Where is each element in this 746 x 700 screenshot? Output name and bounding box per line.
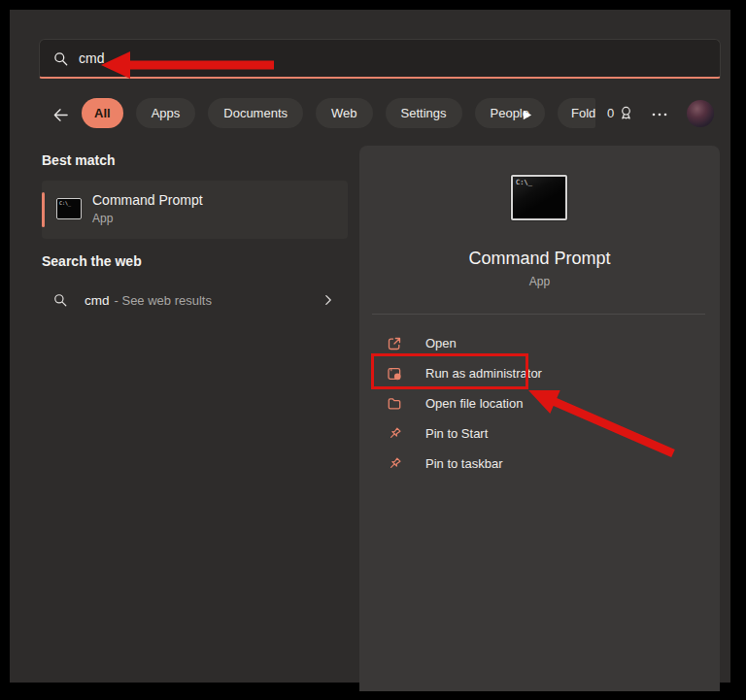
folder-icon bbox=[387, 396, 402, 412]
windows-search-screenshot: All Apps Documents Web Settings People F… bbox=[0, 0, 746, 700]
command-prompt-icon: C:\_ bbox=[56, 198, 82, 219]
tab-documents[interactable]: Documents bbox=[208, 98, 303, 128]
best-match-subtitle: App bbox=[92, 212, 113, 225]
user-avatar[interactable] bbox=[687, 100, 714, 127]
tab-folders[interactable]: Fold bbox=[558, 98, 595, 128]
run-as-admin-icon bbox=[387, 366, 402, 382]
web-result-query: cmd bbox=[85, 293, 110, 308]
pin-icon bbox=[387, 456, 402, 472]
tab-apps[interactable]: Apps bbox=[136, 98, 196, 128]
rewards-count: 0 bbox=[607, 106, 614, 120]
app-subtitle: App bbox=[359, 275, 720, 288]
action-label: Pin to Start bbox=[425, 426, 488, 441]
action-label: Open bbox=[425, 336, 457, 350]
action-open-file-location[interactable]: Open file location bbox=[372, 388, 705, 418]
search-icon bbox=[53, 293, 67, 307]
open-external-icon bbox=[387, 336, 402, 351]
search-input[interactable] bbox=[79, 50, 467, 66]
command-prompt-icon-large: C:\_ bbox=[511, 175, 567, 220]
search-icon bbox=[53, 51, 68, 66]
action-pin-to-taskbar[interactable]: Pin to taskbar bbox=[372, 449, 705, 479]
back-arrow-icon[interactable] bbox=[49, 103, 72, 126]
more-options-icon[interactable] bbox=[651, 106, 670, 123]
action-label: Open file location bbox=[425, 396, 523, 411]
search-bar[interactable] bbox=[39, 39, 721, 79]
pin-icon bbox=[387, 426, 402, 442]
tabs-overflow-play-icon[interactable] bbox=[518, 106, 535, 123]
tab-web[interactable]: Web bbox=[316, 98, 373, 128]
web-result-row[interactable]: cmd - See web results bbox=[42, 282, 348, 318]
selection-accent-bar bbox=[42, 192, 45, 227]
best-match-result-command-prompt[interactable]: C:\_ Command Prompt App bbox=[42, 181, 348, 239]
chevron-right-icon bbox=[322, 293, 335, 307]
best-match-title: Command Prompt bbox=[92, 192, 203, 208]
search-the-web-heading: Search the web bbox=[42, 253, 142, 269]
app-actions-list: Open Run as administrator Open file loca… bbox=[372, 328, 705, 479]
web-result-suffix: - See web results bbox=[115, 293, 212, 308]
action-label: Run as administrator bbox=[425, 366, 542, 381]
app-detail-panel: C:\_ Command Prompt App Open Run as admi… bbox=[359, 146, 720, 691]
search-flyout-window: All Apps Documents Web Settings People F… bbox=[10, 10, 730, 683]
divider bbox=[372, 314, 705, 315]
best-match-heading: Best match bbox=[42, 152, 115, 168]
action-open[interactable]: Open bbox=[372, 328, 705, 358]
action-label: Pin to taskbar bbox=[425, 456, 503, 471]
rewards-medal-icon bbox=[618, 105, 634, 121]
tab-settings[interactable]: Settings bbox=[386, 98, 462, 128]
rewards-badge[interactable]: 0 bbox=[607, 105, 634, 121]
action-pin-to-start[interactable]: Pin to Start bbox=[372, 418, 705, 449]
app-title: Command Prompt bbox=[359, 249, 720, 269]
action-run-as-administrator[interactable]: Run as administrator bbox=[372, 358, 705, 388]
tab-all[interactable]: All bbox=[82, 98, 123, 128]
